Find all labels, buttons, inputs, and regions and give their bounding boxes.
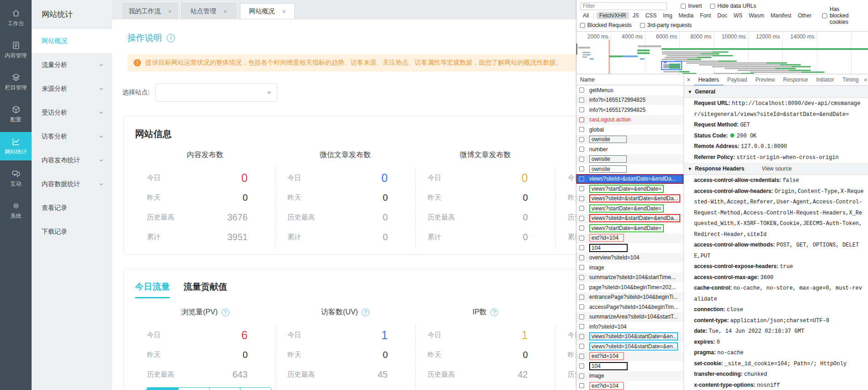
request-checkbox[interactable]: [579, 176, 584, 181]
help-icon[interactable]: ?: [362, 308, 369, 316]
network-request-row[interactable]: info?t=1655172994825: [576, 105, 684, 115]
network-request-row[interactable]: getMenus: [576, 85, 684, 95]
filter-chip[interactable]: Doc: [715, 12, 730, 19]
filter-chip[interactable]: Media: [676, 12, 696, 19]
filter-chip[interactable]: All: [580, 12, 591, 19]
request-checkbox[interactable]: [579, 88, 584, 93]
page-tab[interactable]: 网站概况×: [240, 3, 295, 19]
filter-chip[interactable]: Fetch/XHR: [597, 12, 629, 19]
request-checkbox[interactable]: [579, 334, 584, 339]
info-icon[interactable]: i: [167, 34, 175, 42]
rail-item-system[interactable]: 系统: [0, 196, 32, 225]
site-select[interactable]: [155, 83, 277, 102]
menu-item-visitor[interactable]: 访客分析: [32, 125, 112, 148]
request-checkbox[interactable]: [579, 374, 584, 379]
request-checkbox[interactable]: [579, 127, 584, 132]
request-checkbox[interactable]: [579, 186, 584, 191]
third-party-checkbox[interactable]: [640, 23, 645, 28]
request-checkbox[interactable]: [579, 236, 584, 241]
network-request-row[interactable]: number: [576, 144, 684, 154]
invert-checkbox[interactable]: [681, 4, 686, 9]
request-checkbox[interactable]: [579, 147, 584, 152]
request-checkbox[interactable]: [579, 137, 584, 142]
request-checkbox[interactable]: [579, 265, 584, 270]
close-icon[interactable]: ×: [223, 8, 227, 15]
request-checkbox[interactable]: [579, 363, 584, 368]
close-icon[interactable]: ×: [687, 76, 690, 83]
network-request-row[interactable]: ownsite: [576, 164, 684, 174]
pager-segment[interactable]: [240, 388, 271, 390]
menu-item-downloadlog[interactable]: 下载记录: [32, 220, 112, 244]
view-source-link[interactable]: View source: [762, 165, 792, 172]
menu-item-traffic[interactable]: 流量分析: [32, 53, 112, 77]
menu-item-viewlog[interactable]: 查看记录: [32, 196, 112, 220]
request-checkbox[interactable]: [579, 295, 584, 300]
request-checkbox[interactable]: [579, 225, 584, 231]
filter-chip[interactable]: Img: [660, 12, 675, 19]
inspector-tab-initiator[interactable]: Initiator: [812, 74, 838, 86]
menu-item-overview[interactable]: 网站概况: [32, 29, 112, 53]
request-checkbox[interactable]: [579, 275, 584, 280]
rail-item-config[interactable]: 配置: [0, 100, 32, 128]
close-icon[interactable]: ×: [168, 8, 172, 15]
network-request-row[interactable]: views?startDate=&endDate=: [576, 203, 684, 214]
request-checkbox[interactable]: [579, 354, 584, 359]
request-checkbox[interactable]: [579, 166, 584, 171]
rail-item-workbench[interactable]: 工作台: [0, 4, 32, 32]
network-request-row[interactable]: summarizeArea?siteId=104&startT...: [576, 312, 684, 322]
traffic-tab[interactable]: 流量贡献值: [184, 281, 227, 297]
request-checkbox[interactable]: [579, 245, 584, 250]
network-request-row[interactable]: global: [576, 125, 684, 135]
request-checkbox[interactable]: [579, 196, 584, 201]
request-checkbox[interactable]: [579, 304, 584, 309]
network-request-row[interactable]: views?startDate=&endDate=: [576, 223, 684, 233]
filter-chip[interactable]: Other: [795, 12, 814, 19]
request-checkbox[interactable]: [579, 324, 584, 329]
pager-segment[interactable]: [178, 388, 209, 390]
filter-chip[interactable]: Font: [697, 12, 714, 19]
request-checkbox[interactable]: [579, 383, 584, 388]
network-request-row[interactable]: overview?siteId=104: [576, 253, 684, 263]
menu-item-publish[interactable]: 内容发布统计: [32, 148, 112, 172]
network-request-row[interactable]: views?siteId=&startDate=&endDa...: [576, 214, 684, 224]
request-checkbox[interactable]: [579, 117, 584, 122]
request-checkbox[interactable]: [579, 255, 584, 260]
network-request-row[interactable]: views?startDate=&endDate=: [576, 184, 684, 194]
rail-item-columns[interactable]: 栏目管理: [0, 68, 32, 96]
network-request-row[interactable]: casLogout.action: [576, 115, 684, 125]
rail-item-stats[interactable]: 网站统计: [0, 132, 32, 160]
network-request-row[interactable]: ownsite: [576, 135, 684, 145]
rail-item-content[interactable]: 内容管理: [0, 36, 32, 64]
network-request-row[interactable]: views?siteId=104&startDate=&en..: [576, 332, 684, 342]
menu-item-visited[interactable]: 受访分析: [32, 101, 112, 125]
network-request-row[interactable]: ownsite: [576, 154, 684, 165]
hide-data-urls-checkbox[interactable]: [710, 4, 715, 9]
network-request-row[interactable]: accessPage?siteId=104&beginTim...: [576, 302, 684, 312]
menu-item-contentdata[interactable]: 内容数据统计: [32, 172, 112, 196]
request-checkbox[interactable]: [579, 216, 584, 221]
more-tabs-icon[interactable]: »: [863, 77, 868, 83]
request-checkbox[interactable]: [579, 107, 584, 112]
request-checkbox[interactable]: [579, 206, 584, 211]
filter-chip[interactable]: CSS: [643, 12, 660, 19]
network-request-row[interactable]: ext?id=104: [576, 233, 684, 243]
request-checkbox[interactable]: [579, 157, 584, 162]
network-request-row[interactable]: image: [576, 263, 684, 273]
section-header[interactable]: ▼General: [684, 86, 868, 98]
has-blocked-cookies-checkbox[interactable]: [822, 13, 827, 18]
request-checkbox[interactable]: [579, 314, 584, 319]
inspector-tab-preview[interactable]: Preview: [751, 74, 779, 86]
network-request-row[interactable]: image: [576, 371, 684, 381]
filter-chip[interactable]: WS: [731, 12, 745, 19]
filter-input[interactable]: [580, 2, 667, 10]
rail-item-interact[interactable]: 互动: [0, 164, 32, 192]
pager-segment[interactable]: [209, 388, 240, 390]
page-tab[interactable]: 站点管理×: [181, 3, 236, 19]
close-icon[interactable]: ×: [282, 8, 286, 15]
help-icon[interactable]: ?: [490, 308, 498, 316]
network-request-row[interactable]: summarize?siteId=104&startTime...: [576, 273, 684, 283]
inspector-tab-timing[interactable]: Timing: [838, 74, 863, 86]
network-request-row[interactable]: info?t=1655172994825: [576, 95, 684, 105]
inspector-tab-headers[interactable]: Headers: [694, 74, 723, 86]
filter-chip[interactable]: JS: [630, 12, 642, 19]
